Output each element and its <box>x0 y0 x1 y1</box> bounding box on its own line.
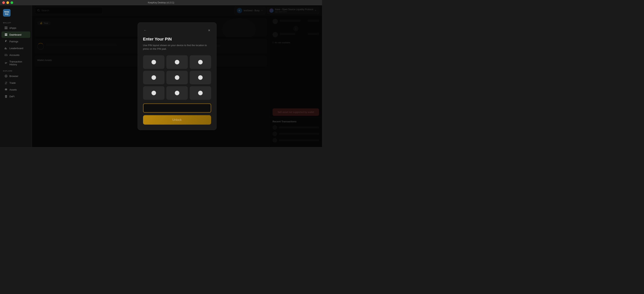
sidebar-item-transaction-history[interactable]: Transaction History <box>2 59 30 68</box>
svg-rect-1 <box>6 27 7 28</box>
sidebar: keepkey WALLET dApps Dashboard Pairings <box>0 5 32 147</box>
pin-input-field[interactable] <box>143 103 211 112</box>
pin-button-4[interactable] <box>143 71 164 84</box>
modal-title: Enter Your PIN <box>143 37 211 42</box>
window-controls[interactable] <box>2 1 13 4</box>
sidebar-label-dapps: dApps <box>10 27 16 29</box>
sidebar-item-accounts[interactable]: Accounts <box>2 52 30 58</box>
unlock-button[interactable]: Unlock <box>143 115 211 125</box>
pin-button-1[interactable] <box>143 55 164 69</box>
sidebar-item-dashboard[interactable]: Dashboard <box>2 32 30 38</box>
sidebar-item-pairings[interactable]: Pairings <box>2 38 30 45</box>
title-bar: KeepKey Desktop (v1.0.1) <box>0 0 322 5</box>
minimize-window-button[interactable] <box>6 1 9 4</box>
modal-close-button[interactable]: ✕ <box>207 28 211 33</box>
pin-grid <box>143 55 211 100</box>
sidebar-label-accounts: Accounts <box>10 54 19 56</box>
sidebar-item-dapps[interactable]: dApps <box>2 25 30 31</box>
pin-button-7[interactable] <box>143 86 164 100</box>
pin-button-5[interactable] <box>166 71 188 84</box>
app-logo: keepkey <box>0 8 32 20</box>
trade-icon <box>4 81 8 84</box>
svg-rect-0 <box>5 27 6 28</box>
list-icon <box>4 62 8 65</box>
pin-dot-8 <box>175 91 179 95</box>
pin-dot-9 <box>198 91 203 95</box>
pin-dot-7 <box>152 91 156 95</box>
chart-icon <box>4 47 8 50</box>
sidebar-item-browser[interactable]: Browser <box>2 73 30 79</box>
globe-icon <box>4 75 8 78</box>
modal-description: Use PIN layout shown on your device to f… <box>143 44 211 51</box>
grid-icon <box>4 26 8 29</box>
sidebar-label-browser: Browser <box>10 75 18 78</box>
main-content: K testSeed - Busy ▼ Aave - Open Source L… <box>32 5 322 147</box>
modal-overlay: ← ✕ Enter Your PIN Use PIN layout shown … <box>32 5 322 147</box>
logo-icon: keepkey <box>3 9 10 17</box>
sidebar-item-leaderboard[interactable]: Leaderboard <box>2 45 30 51</box>
pin-button-3[interactable] <box>190 55 211 69</box>
maximize-window-button[interactable] <box>10 1 13 4</box>
sidebar-label-trade: Trade <box>10 81 16 84</box>
svg-rect-2 <box>5 28 6 29</box>
pin-dot-5 <box>175 75 179 80</box>
pin-button-9[interactable] <box>190 86 211 100</box>
sidebar-label-transaction-history: Transaction History <box>10 60 27 66</box>
wallet-icon <box>4 53 8 56</box>
plug-icon <box>4 40 8 43</box>
sidebar-item-assets[interactable]: Assets <box>2 86 30 93</box>
sidebar-label-leaderboard: Leaderboard <box>10 47 23 50</box>
svg-rect-3 <box>6 28 7 29</box>
pin-dot-6 <box>198 75 203 80</box>
pin-dot-1 <box>152 60 156 64</box>
sidebar-item-trade[interactable]: Trade <box>2 80 30 86</box>
pin-dot-3 <box>198 60 203 64</box>
pin-button-6[interactable] <box>190 71 211 84</box>
pin-button-8[interactable] <box>166 86 188 100</box>
sidebar-label-defi: DeFi <box>10 95 14 98</box>
svg-point-4 <box>5 89 7 90</box>
pin-button-2[interactable] <box>166 55 188 69</box>
sidebar-label-assets: Assets <box>10 88 17 91</box>
close-window-button[interactable] <box>2 1 5 4</box>
assets-icon <box>4 88 8 91</box>
sidebar-label-pairings: Pairings <box>10 40 18 43</box>
explore-section-label: EXPLORE <box>0 68 32 73</box>
dashboard-icon <box>4 33 8 36</box>
pin-dot-2 <box>175 60 179 64</box>
sidebar-label-dashboard: Dashboard <box>10 33 22 36</box>
window-title: KeepKey Desktop (v1.0.1) <box>148 1 174 4</box>
sidebar-item-defi[interactable]: DeFi <box>2 93 30 100</box>
modal-header: ← ✕ <box>143 28 211 33</box>
pin-dot-4 <box>152 75 156 80</box>
modal-back-button[interactable]: ← <box>143 28 148 33</box>
defi-icon <box>4 95 8 98</box>
pin-modal: ← ✕ Enter Your PIN Use PIN layout shown … <box>138 22 216 130</box>
wallet-section-label: WALLET <box>0 20 32 25</box>
